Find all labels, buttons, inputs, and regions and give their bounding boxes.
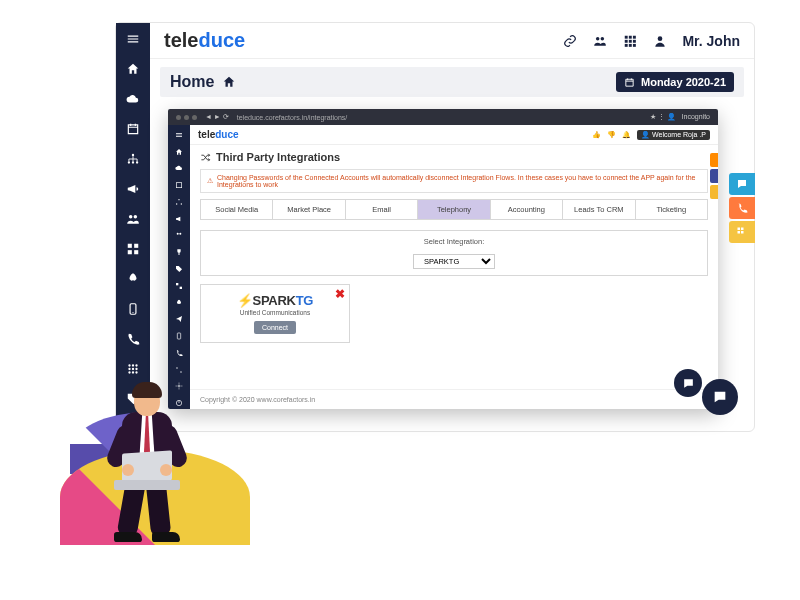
nested-chat-bubble[interactable]	[674, 369, 702, 397]
phone-icon[interactable]	[168, 347, 190, 359]
shuffle-icon	[200, 152, 211, 163]
page-title: Third Party Integrations	[190, 145, 718, 169]
menu-icon[interactable]	[116, 29, 150, 49]
side-tab-2[interactable]	[729, 197, 755, 219]
sitemap-icon[interactable]	[168, 196, 190, 208]
calendar-icon[interactable]	[116, 119, 150, 139]
url-bar[interactable]: teleduce.corefactors.in/integrations/	[237, 114, 642, 121]
svg-rect-48	[738, 231, 741, 234]
svg-point-36	[181, 203, 182, 204]
integration-select[interactable]: SPARKTG	[413, 254, 495, 269]
tab-ticketing[interactable]: Ticketing	[636, 200, 707, 219]
svg-point-5	[134, 215, 138, 219]
warning-icon: ⚠	[207, 177, 213, 185]
svg-point-22	[601, 36, 605, 40]
svg-point-18	[128, 371, 130, 373]
bullhorn-icon[interactable]	[116, 179, 150, 199]
outer-chat-bubble[interactable]	[702, 379, 738, 415]
trophy-icon[interactable]	[168, 246, 190, 258]
svg-point-42	[176, 367, 177, 368]
users-icon[interactable]	[116, 209, 150, 229]
svg-point-16	[132, 368, 134, 370]
send-icon[interactable]	[168, 313, 190, 325]
svg-point-19	[132, 371, 134, 373]
rocket-icon[interactable]	[116, 269, 150, 289]
svg-rect-31	[633, 43, 636, 46]
calendar-icon[interactable]	[168, 179, 190, 191]
phone-icon[interactable]	[116, 329, 150, 349]
nested-header: teleduce 👍 👎 🔔 👤 Welcome Roja .P	[190, 125, 718, 145]
side-badge-2[interactable]	[710, 169, 718, 183]
connect-button[interactable]: Connect	[254, 321, 296, 334]
svg-point-21	[596, 36, 600, 40]
link-icon[interactable]	[562, 33, 578, 49]
svg-point-12	[128, 364, 130, 366]
nav-arrows[interactable]: ◄ ► ⟳	[205, 113, 229, 121]
date-badge[interactable]: Monday 2020-21	[616, 72, 734, 92]
users-icon[interactable]	[168, 230, 190, 242]
mobile-icon[interactable]	[168, 330, 190, 342]
home-icon[interactable]	[168, 146, 190, 158]
date-badge-label: Monday 2020-21	[641, 76, 726, 88]
bell-icon[interactable]: 🔔	[622, 131, 631, 139]
tab-market-place[interactable]: Market Place	[273, 200, 345, 219]
brand-logo: teleduce	[164, 29, 245, 52]
user-name[interactable]: Mr. John	[682, 33, 740, 49]
illustration	[30, 380, 280, 590]
thumbs-up-icon[interactable]: 👍	[592, 131, 601, 139]
svg-point-35	[176, 203, 177, 204]
tab-leads-to-crm[interactable]: Leads To CRM	[563, 200, 635, 219]
home-icon[interactable]	[116, 59, 150, 79]
cloud-icon[interactable]	[116, 89, 150, 109]
users-icon[interactable]	[592, 33, 608, 49]
svg-point-13	[132, 364, 134, 366]
breadcrumb-home[interactable]: Home	[170, 73, 214, 91]
tab-telephony[interactable]: Telephony	[418, 200, 490, 219]
nested-brand: teleduce	[198, 129, 239, 140]
browser-chrome: ◄ ► ⟳ teleduce.corefactors.in/integratio…	[168, 109, 718, 125]
svg-rect-28	[633, 39, 636, 42]
svg-rect-26	[625, 39, 628, 42]
rocket-icon[interactable]	[168, 297, 190, 309]
tag-icon[interactable]	[168, 263, 190, 275]
grid-icon[interactable]	[168, 280, 190, 292]
close-icon[interactable]: ✖	[335, 287, 345, 301]
svg-point-0	[132, 154, 134, 156]
bullhorn-icon[interactable]	[168, 213, 190, 225]
svg-point-4	[129, 215, 133, 219]
svg-rect-8	[128, 250, 132, 254]
tab-social-media[interactable]: Social Media	[201, 200, 273, 219]
apps-icon[interactable]	[168, 364, 190, 376]
select-integration-box: Select Integration: SPARKTG	[200, 230, 708, 276]
mobile-icon[interactable]	[116, 299, 150, 319]
tab-accounting[interactable]: Accounting	[491, 200, 563, 219]
svg-rect-41	[177, 333, 180, 339]
side-tab-1[interactable]	[729, 173, 755, 195]
tab-email[interactable]: Email	[346, 200, 418, 219]
nested-screenshot: ◄ ► ⟳ teleduce.corefactors.in/integratio…	[168, 109, 718, 409]
svg-rect-27	[629, 39, 632, 42]
person-illustration	[90, 380, 210, 560]
svg-point-43	[180, 371, 181, 372]
grid-icon[interactable]	[116, 239, 150, 259]
side-badge-3[interactable]	[710, 185, 718, 199]
thumbs-down-icon[interactable]: 👎	[607, 131, 616, 139]
apps-icon[interactable]	[116, 359, 150, 379]
menu-icon[interactable]	[168, 129, 190, 141]
integration-tabs: Social Media Market Place Email Telephon…	[200, 199, 708, 220]
svg-rect-46	[738, 228, 741, 231]
svg-point-37	[177, 233, 179, 235]
sitemap-icon[interactable]	[116, 149, 150, 169]
warning-bar: ⚠ Changing Passwords of the Connected Ac…	[200, 169, 708, 193]
svg-point-17	[135, 368, 137, 370]
apps-icon[interactable]	[622, 33, 638, 49]
outer-side-badges	[729, 173, 755, 243]
user-icon[interactable]	[652, 33, 668, 49]
side-badge-1[interactable]	[710, 153, 718, 167]
svg-point-1	[128, 161, 130, 163]
integration-card-sparktg: ✖ ⚡SPARKTG Unified Communications Connec…	[200, 284, 350, 343]
cloud-icon[interactable]	[168, 163, 190, 175]
welcome-pill: 👤 Welcome Roja .P	[637, 130, 710, 140]
app-window: teleduce Mr. John Home Monday 2020-21 ◄ …	[115, 22, 755, 432]
side-tab-3[interactable]	[729, 221, 755, 243]
